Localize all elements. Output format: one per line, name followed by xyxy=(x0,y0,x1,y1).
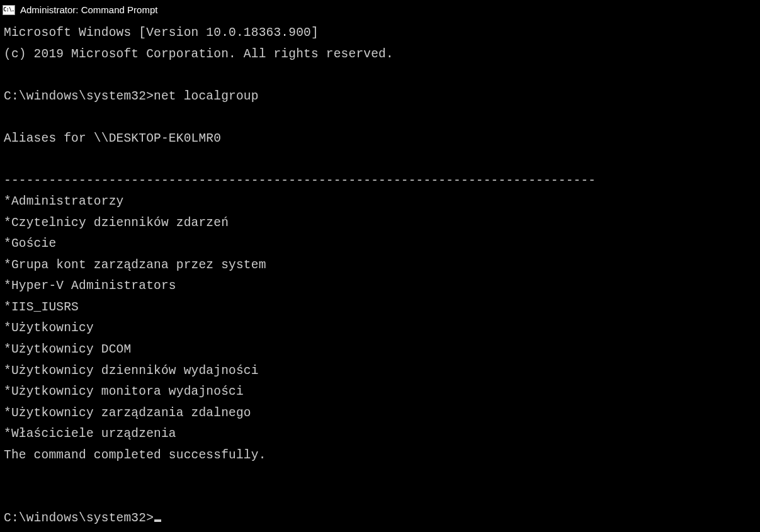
group-item: *IIS_IUSRS xyxy=(4,300,79,314)
command-1: net localgroup xyxy=(154,89,259,103)
group-item: *Użytkownicy monitora wydajności xyxy=(4,385,244,399)
prompt-path-2: C:\windows\system32> xyxy=(4,511,154,525)
cmd-icon-text: C:\. xyxy=(3,8,14,13)
prompt-path-1: C:\windows\system32> xyxy=(4,89,154,103)
group-item: *Użytkownicy dzienników wydajności xyxy=(4,364,259,378)
group-item: *Użytkownicy DCOM xyxy=(4,342,131,356)
group-item: *Hyper-V Administrators xyxy=(4,279,176,293)
cursor xyxy=(154,519,161,522)
aliases-header: Aliases for \\DESKTOP-EK0LMR0 xyxy=(4,132,221,145)
separator: ----------------------------------------… xyxy=(4,174,596,188)
window-title: Administrator: Command Prompt xyxy=(20,4,157,15)
cmd-icon: C:\. xyxy=(3,5,15,15)
titlebar[interactable]: C:\. Administrator: Command Prompt xyxy=(0,0,760,20)
group-item: *Użytkownicy zarządzania zdalnego xyxy=(4,406,251,420)
terminal-output[interactable]: Microsoft Windows [Version 10.0.18363.90… xyxy=(0,20,760,532)
group-item: *Czytelnicy dzienników zdarzeń xyxy=(4,216,229,230)
banner-version: Microsoft Windows [Version 10.0.18363.90… xyxy=(4,26,319,40)
completion-message: The command completed successfully. xyxy=(4,448,266,462)
banner-copyright: (c) 2019 Microsoft Corporation. All righ… xyxy=(4,47,394,61)
group-item: *Użytkownicy xyxy=(4,321,94,335)
group-item: *Właściciele urządzenia xyxy=(4,427,176,441)
group-item: *Administratorzy xyxy=(4,195,123,208)
group-item: *Grupa kont zarządzana przez system xyxy=(4,258,266,272)
group-item: *Goście xyxy=(4,237,56,251)
